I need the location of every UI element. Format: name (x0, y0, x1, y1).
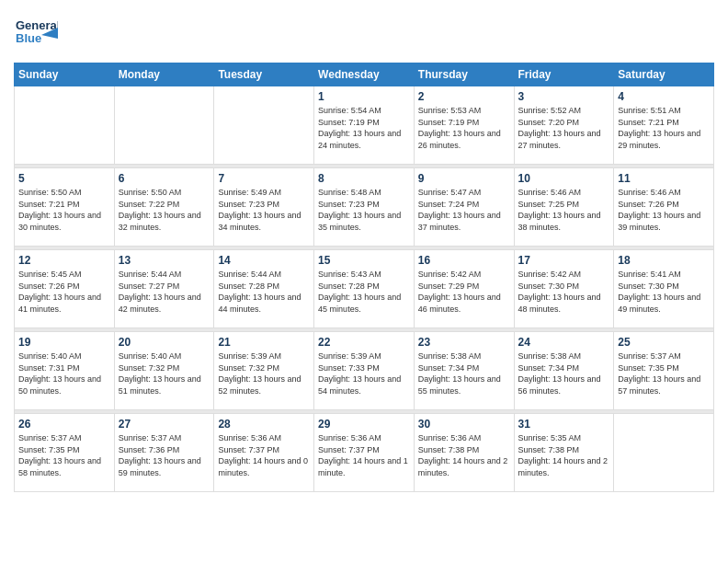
day-number: 6 (119, 172, 210, 185)
day-number: 7 (218, 172, 310, 185)
day-number: 31 (518, 418, 610, 431)
day-info: Sunrise: 5:37 AMSunset: 7:35 PMDaylight:… (618, 350, 710, 396)
day-number: 19 (18, 336, 110, 349)
day-number: 26 (18, 418, 110, 431)
calendar-cell: 16Sunrise: 5:42 AMSunset: 7:29 PMDayligh… (414, 250, 514, 328)
day-number: 24 (518, 336, 610, 349)
day-number: 9 (418, 172, 510, 185)
day-info: Sunrise: 5:39 AMSunset: 7:33 PMDaylight:… (318, 350, 410, 396)
day-number: 25 (618, 336, 710, 349)
day-info: Sunrise: 5:35 AMSunset: 7:38 PMDaylight:… (518, 432, 610, 478)
weekday-header: Saturday (614, 63, 714, 86)
calendar-cell: 10Sunrise: 5:46 AMSunset: 7:25 PMDayligh… (514, 168, 614, 247)
day-number: 15 (318, 254, 410, 267)
day-info: Sunrise: 5:42 AMSunset: 7:29 PMDaylight:… (418, 269, 510, 315)
day-number: 10 (518, 172, 610, 185)
calendar-cell: 14Sunrise: 5:44 AMSunset: 7:28 PMDayligh… (214, 250, 314, 328)
calendar-table: SundayMondayTuesdayWednesdayThursdayFrid… (14, 63, 714, 492)
calendar-cell (214, 86, 314, 165)
calendar-cell: 28Sunrise: 5:36 AMSunset: 7:37 PMDayligh… (214, 414, 314, 492)
day-info: Sunrise: 5:36 AMSunset: 7:37 PMDaylight:… (218, 432, 310, 478)
day-number: 14 (218, 254, 310, 267)
calendar-cell: 12Sunrise: 5:45 AMSunset: 7:26 PMDayligh… (15, 250, 115, 328)
weekday-header: Monday (114, 63, 214, 86)
day-info: Sunrise: 5:41 AMSunset: 7:30 PMDaylight:… (618, 269, 710, 315)
calendar-cell: 21Sunrise: 5:39 AMSunset: 7:32 PMDayligh… (214, 332, 314, 410)
calendar-cell: 2Sunrise: 5:53 AMSunset: 7:19 PMDaylight… (414, 86, 514, 165)
calendar-cell (614, 414, 714, 492)
calendar-cell: 23Sunrise: 5:38 AMSunset: 7:34 PMDayligh… (414, 332, 514, 410)
day-info: Sunrise: 5:45 AMSunset: 7:26 PMDaylight:… (18, 269, 110, 315)
day-info: Sunrise: 5:43 AMSunset: 7:28 PMDaylight:… (318, 269, 410, 315)
day-number: 21 (218, 336, 310, 349)
calendar-cell: 11Sunrise: 5:46 AMSunset: 7:26 PMDayligh… (614, 168, 714, 247)
day-info: Sunrise: 5:39 AMSunset: 7:32 PMDaylight:… (218, 350, 310, 396)
calendar-cell: 9Sunrise: 5:47 AMSunset: 7:24 PMDaylight… (414, 168, 514, 247)
logo-icon: General Blue (14, 9, 58, 53)
day-info: Sunrise: 5:37 AMSunset: 7:35 PMDaylight:… (18, 432, 110, 478)
day-number: 17 (518, 254, 610, 267)
day-number: 23 (418, 336, 510, 349)
day-number: 11 (618, 172, 710, 185)
calendar-cell: 24Sunrise: 5:38 AMSunset: 7:34 PMDayligh… (514, 332, 614, 410)
calendar-cell: 15Sunrise: 5:43 AMSunset: 7:28 PMDayligh… (314, 250, 415, 328)
day-info: Sunrise: 5:38 AMSunset: 7:34 PMDaylight:… (418, 350, 510, 396)
day-number: 3 (518, 90, 610, 103)
calendar-cell: 19Sunrise: 5:40 AMSunset: 7:31 PMDayligh… (15, 332, 115, 410)
calendar-cell: 20Sunrise: 5:40 AMSunset: 7:32 PMDayligh… (114, 332, 214, 410)
weekday-header: Wednesday (314, 63, 415, 86)
day-number: 27 (119, 418, 210, 431)
day-number: 29 (318, 418, 410, 431)
calendar-cell (15, 86, 115, 165)
calendar-cell: 6Sunrise: 5:50 AMSunset: 7:22 PMDaylight… (114, 168, 214, 247)
day-info: Sunrise: 5:51 AMSunset: 7:21 PMDaylight:… (618, 105, 710, 151)
weekday-header: Sunday (15, 63, 115, 86)
day-info: Sunrise: 5:48 AMSunset: 7:23 PMDaylight:… (318, 187, 410, 233)
calendar-cell: 3Sunrise: 5:52 AMSunset: 7:20 PMDaylight… (514, 86, 614, 165)
calendar-week-row: 5Sunrise: 5:50 AMSunset: 7:21 PMDaylight… (15, 168, 714, 247)
day-number: 16 (418, 254, 510, 267)
calendar-cell: 26Sunrise: 5:37 AMSunset: 7:35 PMDayligh… (15, 414, 115, 492)
day-info: Sunrise: 5:47 AMSunset: 7:24 PMDaylight:… (418, 187, 510, 233)
calendar-week-row: 1Sunrise: 5:54 AMSunset: 7:19 PMDaylight… (15, 86, 714, 165)
day-info: Sunrise: 5:50 AMSunset: 7:21 PMDaylight:… (18, 187, 110, 233)
calendar-cell: 31Sunrise: 5:35 AMSunset: 7:38 PMDayligh… (514, 414, 614, 492)
day-number: 12 (18, 254, 110, 267)
calendar-cell: 17Sunrise: 5:42 AMSunset: 7:30 PMDayligh… (514, 250, 614, 328)
day-number: 28 (218, 418, 310, 431)
day-info: Sunrise: 5:40 AMSunset: 7:32 PMDaylight:… (119, 350, 210, 396)
day-info: Sunrise: 5:37 AMSunset: 7:36 PMDaylight:… (119, 432, 210, 478)
calendar-cell: 7Sunrise: 5:49 AMSunset: 7:23 PMDaylight… (214, 168, 314, 247)
day-number: 1 (318, 90, 410, 103)
page-header: General Blue (14, 9, 714, 57)
day-number: 13 (119, 254, 210, 267)
day-info: Sunrise: 5:36 AMSunset: 7:37 PMDaylight:… (318, 432, 410, 478)
day-number: 5 (18, 172, 110, 185)
day-number: 2 (418, 90, 510, 103)
calendar-cell: 29Sunrise: 5:36 AMSunset: 7:37 PMDayligh… (314, 414, 415, 492)
svg-text:General: General (16, 18, 58, 32)
day-info: Sunrise: 5:38 AMSunset: 7:34 PMDaylight:… (518, 350, 610, 396)
weekday-header-row: SundayMondayTuesdayWednesdayThursdayFrid… (15, 63, 714, 86)
calendar-cell: 22Sunrise: 5:39 AMSunset: 7:33 PMDayligh… (314, 332, 415, 410)
svg-text:Blue: Blue (16, 31, 41, 45)
calendar-cell: 27Sunrise: 5:37 AMSunset: 7:36 PMDayligh… (114, 414, 214, 492)
calendar-cell: 8Sunrise: 5:48 AMSunset: 7:23 PMDaylight… (314, 168, 415, 247)
day-info: Sunrise: 5:36 AMSunset: 7:38 PMDaylight:… (418, 432, 510, 478)
calendar-cell: 30Sunrise: 5:36 AMSunset: 7:38 PMDayligh… (414, 414, 514, 492)
day-info: Sunrise: 5:44 AMSunset: 7:28 PMDaylight:… (218, 269, 310, 315)
calendar-week-row: 19Sunrise: 5:40 AMSunset: 7:31 PMDayligh… (15, 332, 714, 410)
calendar-cell: 25Sunrise: 5:37 AMSunset: 7:35 PMDayligh… (614, 332, 714, 410)
day-info: Sunrise: 5:44 AMSunset: 7:27 PMDaylight:… (119, 269, 210, 315)
weekday-header: Thursday (414, 63, 514, 86)
day-number: 30 (418, 418, 510, 431)
calendar-cell: 4Sunrise: 5:51 AMSunset: 7:21 PMDaylight… (614, 86, 714, 165)
day-info: Sunrise: 5:46 AMSunset: 7:25 PMDaylight:… (518, 187, 610, 233)
day-info: Sunrise: 5:49 AMSunset: 7:23 PMDaylight:… (218, 187, 310, 233)
calendar-cell: 5Sunrise: 5:50 AMSunset: 7:21 PMDaylight… (15, 168, 115, 247)
weekday-header: Tuesday (214, 63, 314, 86)
day-info: Sunrise: 5:46 AMSunset: 7:26 PMDaylight:… (618, 187, 710, 233)
day-number: 18 (618, 254, 710, 267)
day-info: Sunrise: 5:53 AMSunset: 7:19 PMDaylight:… (418, 105, 510, 151)
day-number: 4 (618, 90, 710, 103)
